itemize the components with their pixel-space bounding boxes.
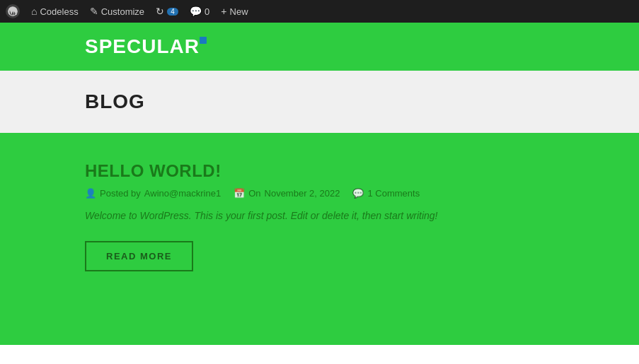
post-comments: 1 Comments [367, 188, 420, 199]
post-meta: 👤 Posted by Awino@mackrine1 📅 On Novembe… [85, 188, 554, 199]
new-item[interactable]: + New [221, 6, 248, 17]
blog-section: HELLO WORLD! 👤 Posted by Awino@mackrine1… [0, 133, 639, 345]
post-date: November 2, 2022 [265, 188, 340, 199]
codeless-item[interactable]: ⌂ Codeless [31, 6, 79, 17]
new-label: New [230, 6, 248, 17]
title-badge [200, 37, 207, 44]
site-title[interactable]: SPECULAR [85, 35, 200, 58]
plus-icon: + [221, 6, 226, 17]
post-comments-meta: 💬 1 Comments [352, 188, 420, 199]
comments-count: 0 [205, 6, 209, 17]
author-prefix: Posted by [100, 188, 141, 199]
post-excerpt: Welcome to WordPress. This is your first… [85, 210, 554, 221]
admin-bar: ⌂ Codeless ✎ Customize ↻ 4 💬 0 + New [0, 0, 639, 23]
date-prefix: On [248, 188, 260, 199]
read-more-button[interactable]: READ MORE [85, 241, 193, 271]
home-icon: ⌂ [31, 6, 37, 17]
comments-item[interactable]: 💬 0 [190, 6, 209, 17]
post-author: Awino@mackrine1 [144, 188, 221, 199]
page-header: BLOG [0, 71, 639, 133]
customize-icon: ✎ [90, 6, 98, 17]
updates-icon: ↻ [156, 6, 164, 17]
wordpress-logo-item[interactable] [6, 4, 20, 18]
calendar-icon: 📅 [234, 188, 245, 199]
comments-icon: 💬 [190, 6, 202, 17]
post-title: HELLO WORLD! [85, 161, 554, 181]
codeless-label: Codeless [40, 6, 78, 17]
comment-icon: 💬 [352, 188, 364, 199]
post-author-meta: 👤 Posted by Awino@mackrine1 [85, 188, 221, 199]
post-date-meta: 📅 On November 2, 2022 [234, 188, 340, 199]
customize-item[interactable]: ✎ Customize [90, 6, 144, 17]
customize-label: Customize [101, 6, 144, 17]
wordpress-icon [6, 4, 20, 18]
updates-count: 4 [167, 8, 178, 16]
author-icon: 👤 [85, 188, 96, 199]
updates-item[interactable]: ↻ 4 [156, 6, 178, 17]
page-title: BLOG [85, 90, 554, 113]
site-header: SPECULAR [0, 23, 639, 71]
